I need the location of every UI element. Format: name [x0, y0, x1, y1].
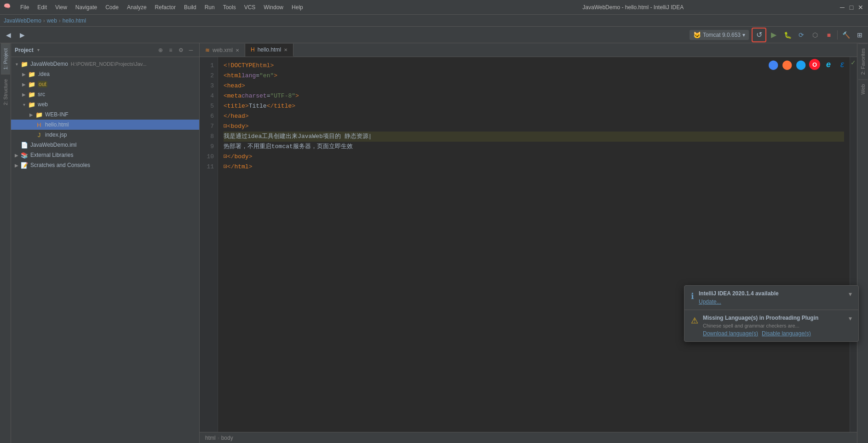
- menu-item-vcs[interactable]: VCS: [241, 2, 259, 12]
- tree-item-web[interactable]: ▾ 📁 web: [11, 99, 199, 109]
- notif-update-chevron[interactable]: ▾: [849, 290, 852, 298]
- folder-icon-webinf: 📁: [35, 110, 43, 119]
- notif-lang-actions: Download language(s) Disable language(s): [703, 330, 844, 337]
- code-editor[interactable]: <!DOCTYPE html> <html lang="en"> <head> …: [218, 57, 850, 432]
- extlibs-icon: 📚: [20, 151, 29, 159]
- menu-item-edit[interactable]: Edit: [34, 2, 51, 12]
- run-configuration[interactable]: 🐱 Tomcat 9.0.653 ▾: [690, 30, 749, 40]
- tree-item-root[interactable]: ▾ 📁 JavaWebDemo H:\POWER_NODE\Projects\J…: [11, 59, 199, 69]
- stop-button[interactable]: ■: [822, 29, 835, 41]
- tree-label-index-jsp: index.jsp: [45, 132, 67, 138]
- tree-arrow-extlibs: ▶: [13, 153, 20, 158]
- menu-item-tools[interactable]: Tools: [219, 2, 240, 12]
- tree-label-scratches: Scratches and Consoles: [30, 162, 90, 168]
- jsp-file-icon: J: [35, 131, 43, 139]
- tree-arrow-idea: ▶: [20, 72, 28, 77]
- project-collapse-button[interactable]: ≡: [166, 46, 175, 55]
- tab-hello-html[interactable]: H hello.html ✕: [245, 44, 293, 57]
- run-config-label: Tomcat 9.0.653: [703, 32, 741, 38]
- debug-button[interactable]: 🐛: [781, 29, 794, 41]
- tab-close-web-xml[interactable]: ✕: [236, 48, 239, 53]
- tree-item-src[interactable]: ▶ 📁 src: [11, 89, 199, 99]
- tree-item-scratches[interactable]: ▶ 📝 Scratches and Consoles: [11, 160, 199, 170]
- coverage-button[interactable]: ⟳: [795, 29, 808, 41]
- opera-icon[interactable]: O: [809, 59, 820, 70]
- structure-tab[interactable]: 2: Structure: [1, 74, 10, 110]
- notif-update-link[interactable]: Update...: [699, 299, 721, 305]
- project-tab[interactable]: 1: Project: [1, 43, 10, 74]
- menu-item-file[interactable]: File: [17, 2, 33, 12]
- tree-label-webinf: WEB-INF: [45, 111, 69, 118]
- profile-button[interactable]: ⬡: [809, 29, 822, 41]
- build-button[interactable]: 🔨: [839, 29, 852, 41]
- menu-item-window[interactable]: Window: [260, 2, 287, 12]
- navigate-forward-button[interactable]: ▶: [16, 29, 29, 41]
- scratches-icon: 📝: [20, 161, 29, 169]
- notif-lang-chevron[interactable]: ▾: [849, 315, 852, 322]
- web-tab[interactable]: Web: [858, 79, 868, 99]
- editor-area: ≋ web.xml ✕ H hello.html ✕ ⬤ ⬤ ⬤ O e ε: [200, 43, 857, 443]
- menu-item-analyze[interactable]: Analyze: [123, 2, 150, 12]
- firefox-icon[interactable]: ⬤: [782, 59, 793, 70]
- favorites-tab[interactable]: 2: Favorites: [858, 43, 868, 79]
- folder-icon-out: 📁: [28, 80, 36, 88]
- tree-arrow-root: ▾: [13, 62, 20, 67]
- tab-label-web-xml: web.xml: [213, 47, 233, 53]
- code-line-3: <head>: [224, 81, 844, 91]
- maximize-button[interactable]: □: [848, 4, 855, 11]
- editor-content: ⬤ ⬤ ⬤ O e ε 1 2 3 4 5 6 7 8 9 10: [200, 57, 857, 443]
- breadcrumb-file[interactable]: hello.html: [63, 17, 86, 24]
- menu-item-build[interactable]: Build: [180, 2, 200, 12]
- app-logo: 🧠: [4, 3, 13, 12]
- edge-icon[interactable]: ε: [837, 59, 848, 70]
- notif-info-icon: ℹ: [691, 291, 694, 301]
- chrome-icon[interactable]: ⬤: [768, 59, 779, 70]
- tab-web-xml[interactable]: ≋ web.xml ✕: [200, 44, 245, 57]
- menu-bar: FileEditViewNavigateCodeAnalyzeRefactorB…: [17, 2, 428, 12]
- tree-label-iml: JavaWebDemo.iml: [30, 142, 76, 148]
- minimize-button[interactable]: ─: [839, 4, 846, 11]
- tree-item-index-jsp[interactable]: J index.jsp: [11, 130, 199, 140]
- menu-item-run[interactable]: Run: [201, 2, 218, 12]
- reload-button[interactable]: ↺: [752, 28, 766, 42]
- tree-item-external-libs[interactable]: ▶ 📚 External Libraries: [11, 150, 199, 160]
- code-line-6: </head>: [224, 111, 844, 121]
- menu-item-view[interactable]: View: [52, 2, 71, 12]
- project-locate-button[interactable]: ⊕: [156, 46, 165, 55]
- tree-item-iml[interactable]: 📄 JavaWebDemo.iml: [11, 140, 199, 150]
- project-settings-button[interactable]: ⚙: [176, 46, 185, 55]
- menu-item-help[interactable]: Help: [288, 2, 307, 12]
- project-panel-header: Project ▾ ⊕ ≡ ⚙ ─: [11, 43, 199, 57]
- tree-item-out[interactable]: ▶ 📁 out: [11, 79, 199, 89]
- line-numbers: 1 2 3 4 5 6 7 8 9 10 11: [200, 57, 218, 432]
- tree-item-webinf[interactable]: ▶ 📁 WEB-INF: [11, 109, 199, 120]
- project-tree: ▾ 📁 JavaWebDemo H:\POWER_NODE\Projects\J…: [11, 57, 199, 443]
- menu-item-navigate[interactable]: Navigate: [72, 2, 101, 12]
- menu-item-refactor[interactable]: Refactor: [151, 2, 179, 12]
- breadcrumb-project[interactable]: JavaWebDemo: [4, 17, 41, 24]
- run-button[interactable]: ▶: [767, 29, 780, 41]
- tree-label-out: out: [38, 81, 47, 87]
- tree-item-hello-html[interactable]: H hello.html: [11, 120, 199, 130]
- main-content: 1: Project 2: Structure Project ▾ ⊕ ≡ ⚙ …: [0, 43, 868, 443]
- menu-item-code[interactable]: Code: [102, 2, 122, 12]
- project-panel-title: Project: [15, 47, 34, 53]
- tab-close-hello-html[interactable]: ✕: [284, 47, 287, 52]
- notif-disable-lang-link[interactable]: Disable language(s): [762, 330, 811, 337]
- folder-icon-src: 📁: [28, 90, 36, 98]
- ie-icon[interactable]: e: [823, 59, 834, 70]
- close-button[interactable]: ✕: [857, 4, 864, 11]
- code-line-7: ⊡<body>: [224, 121, 844, 132]
- code-line-5: <title>Title</title>: [224, 101, 844, 111]
- toolbar: ◀ ▶ 🐱 Tomcat 9.0.653 ▾ ↺ ▶ 🐛 ⟳ ⬡ ■ 🔨 ⊞: [0, 27, 868, 43]
- breadcrumb-folder[interactable]: web: [47, 17, 57, 24]
- tree-item-idea[interactable]: ▶ 📁 .idea: [11, 69, 199, 79]
- project-close-button[interactable]: ─: [186, 46, 195, 55]
- navigate-back-button[interactable]: ◀: [2, 29, 15, 41]
- notif-update-content: IntelliJ IDEA 2020.1.4 available Update.…: [699, 290, 844, 305]
- tree-label-extlibs: External Libraries: [30, 152, 73, 158]
- status-sep: ›: [218, 435, 219, 441]
- expand-button[interactable]: ⊞: [853, 29, 866, 41]
- safari-icon[interactable]: ⬤: [795, 59, 806, 70]
- notif-download-lang-link[interactable]: Download language(s): [703, 330, 758, 337]
